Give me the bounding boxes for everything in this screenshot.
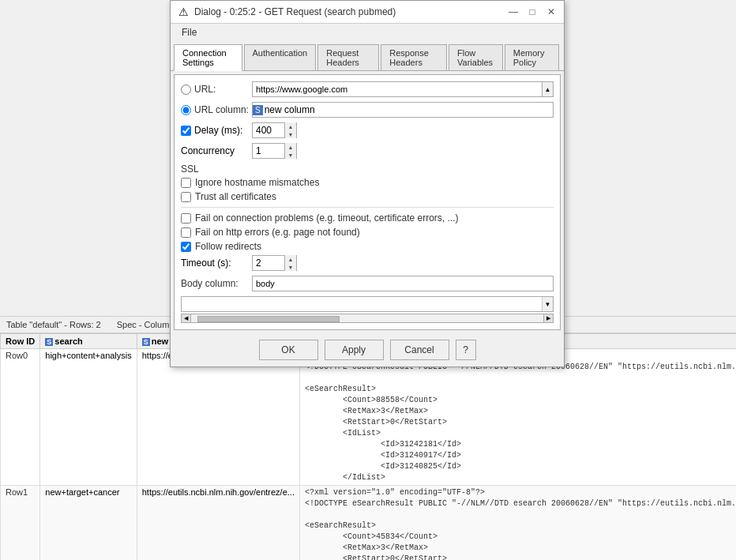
new-column-col-badge: S [142, 338, 150, 346]
dialog-window: ⚠ Dialog - 0:25:2 - GET Request (search … [170, 0, 565, 367]
delay-spin-btns: ▲ ▼ [284, 122, 296, 138]
horizontal-scrollbar: ◀ ▶ [181, 314, 554, 323]
trust-all-certs-checkbox[interactable] [181, 192, 191, 202]
timeout-row: Timeout (s): ▲ ▼ [181, 255, 554, 271]
hscroll-left-arrow[interactable]: ◀ [182, 314, 191, 322]
row0-id: Row0 [1, 349, 40, 486]
fail-connection-row: Fail on connection problems (e.g. timeou… [181, 212, 554, 224]
row0-body: <?xml version="1.0" encoding="UTF-8"?> <… [299, 349, 736, 486]
body-column-label: Body column: [181, 278, 252, 289]
url-column-value-container: S new column [252, 102, 554, 118]
body-column-row: Body column: [181, 276, 554, 291]
trust-all-certs-row: Trust all certificates [181, 191, 554, 202]
fail-http-row: Fail on http errors (e.g. page not found… [181, 227, 554, 238]
table-row: Row1 new+target+cancer https://eutils.nc… [1, 486, 737, 561]
close-button[interactable]: ✕ [545, 6, 558, 18]
delay-input[interactable] [253, 123, 284, 137]
delay-checkbox[interactable] [181, 126, 191, 136]
row1-body: <?xml version="1.0" encoding="UTF-8"?> <… [299, 486, 736, 561]
row1-id: Row1 [1, 486, 40, 561]
search-col-badge: S [45, 338, 53, 346]
delay-label: Delay (ms): [181, 125, 252, 136]
cancel-button[interactable]: Cancel [390, 340, 449, 360]
follow-redirects-row: Follow redirects [181, 241, 554, 252]
table-info-rows[interactable]: Table "default" - Rows: 2 [6, 320, 101, 329]
apply-button[interactable]: Apply [325, 340, 384, 360]
url-column-text: new column [265, 104, 315, 115]
dialog-content: URL: ▲ URL column: S new column Delay (m… [174, 74, 561, 330]
delay-spin-up[interactable]: ▲ [285, 122, 296, 130]
concurrency-spin-up[interactable]: ▲ [285, 143, 296, 151]
file-menu[interactable]: File [177, 25, 201, 39]
timeout-spin-btns: ▲ ▼ [284, 255, 296, 271]
fail-http-checkbox[interactable] [181, 227, 191, 238]
delay-spin-down[interactable]: ▼ [285, 130, 296, 138]
fail-connection-checkbox[interactable] [181, 213, 191, 224]
follow-redirects-checkbox[interactable] [181, 242, 191, 252]
dialog-buttons: OK Apply Cancel ? [171, 333, 564, 366]
warning-icon: ⚠ [177, 6, 190, 18]
url-column-radio-label: URL column: [181, 104, 252, 115]
s-badge: S [253, 105, 263, 115]
data-table: Row ID Ssearch Snew column Dmbody IStatu… [0, 333, 736, 560]
concurrency-row: Concurrency ▲ ▼ [181, 143, 554, 159]
tab-response-headers[interactable]: Response Headers [381, 44, 447, 70]
tab-flow-variables[interactable]: Flow Variables [449, 44, 503, 70]
concurrency-spin-btns: ▲ ▼ [284, 143, 296, 159]
timeout-spin-down[interactable]: ▼ [285, 263, 296, 271]
dialog-title-left: ⚠ Dialog - 0:25:2 - GET Request (search … [177, 6, 396, 18]
window-controls: — □ ✕ [507, 6, 558, 18]
timeout-input-wrap: ▲ ▼ [252, 255, 297, 271]
follow-redirects-label: Follow redirects [195, 241, 261, 252]
row0-body-xml: <?xml version="1.0" encoding="UTF-8"?> <… [305, 351, 736, 483]
fail-http-label: Fail on http errors (e.g. page not found… [195, 227, 360, 238]
minimize-button[interactable]: — [507, 6, 520, 18]
delay-input-wrap: ▲ ▼ [252, 122, 297, 138]
concurrency-label: Concurrency [181, 145, 252, 156]
table-row: Row0 high+content+analysis https://eutil… [1, 349, 737, 486]
ok-button[interactable]: OK [259, 340, 318, 360]
help-button[interactable]: ? [456, 340, 476, 360]
ssl-label: SSL [181, 163, 554, 175]
tab-request-headers[interactable]: Request Headers [317, 44, 379, 70]
hscroll-thumb[interactable] [197, 316, 340, 322]
concurrency-input[interactable] [253, 144, 284, 158]
timeout-spin-up[interactable]: ▲ [285, 255, 296, 263]
row1-new-column: https://eutils.ncbi.nlm.nih.gov/entrez/e… [137, 486, 299, 561]
url-column-radio[interactable] [181, 105, 191, 115]
ignore-hostname-checkbox[interactable] [181, 178, 191, 188]
tab-memory-policy[interactable]: Memory Policy [505, 44, 559, 70]
col-row-id: Row ID [1, 334, 40, 349]
ignore-hostname-row: Ignore hostname mismatches [181, 177, 554, 188]
dialog-menubar: File [171, 24, 564, 41]
timeout-label: Timeout (s): [181, 257, 252, 269]
dialog-titlebar: ⚠ Dialog - 0:25:2 - GET Request (search … [171, 1, 564, 24]
url-scroll-indicator: ▲ [545, 86, 551, 93]
row1-body-xml: <?xml version="1.0" encoding="UTF-8"?> <… [305, 487, 736, 560]
maximize-button[interactable]: □ [526, 6, 539, 18]
content-scrollbar[interactable]: ▼ [545, 301, 551, 308]
row0-new-column: https://eutils.ncbi.nlm.nih.gov/entrez/e… [137, 349, 299, 486]
ignore-hostname-label: Ignore hostname mismatches [195, 177, 319, 188]
url-column-row: URL column: S new column [181, 102, 554, 118]
concurrency-spin-down[interactable]: ▼ [285, 151, 296, 159]
url-row: URL: ▲ [181, 81, 554, 97]
col-search: Ssearch [40, 334, 137, 349]
content-scroll-area: ▼ [181, 296, 554, 312]
url-input[interactable] [252, 81, 543, 97]
dialog-title: Dialog - 0:25:2 - GET Request (search pu… [194, 6, 396, 17]
ssl-section: SSL Ignore hostname mismatches Trust all… [181, 163, 554, 202]
divider1 [181, 207, 554, 208]
row1-search: new+target+cancer [40, 486, 137, 561]
tabs-bar: Connection Settings Authentication Reque… [171, 41, 564, 71]
fail-connection-label: Fail on connection problems (e.g. timeou… [195, 212, 458, 224]
row0-search: high+content+analysis [40, 349, 137, 486]
body-column-input[interactable] [252, 276, 554, 291]
concurrency-input-wrap: ▲ ▼ [252, 143, 297, 159]
timeout-input[interactable] [253, 256, 284, 270]
tab-connection-settings[interactable]: Connection Settings [174, 44, 242, 71]
hscroll-right-arrow[interactable]: ▶ [543, 314, 553, 322]
url-radio[interactable] [181, 85, 191, 95]
trust-all-certs-label: Trust all certificates [195, 191, 276, 202]
tab-authentication[interactable]: Authentication [244, 44, 317, 70]
